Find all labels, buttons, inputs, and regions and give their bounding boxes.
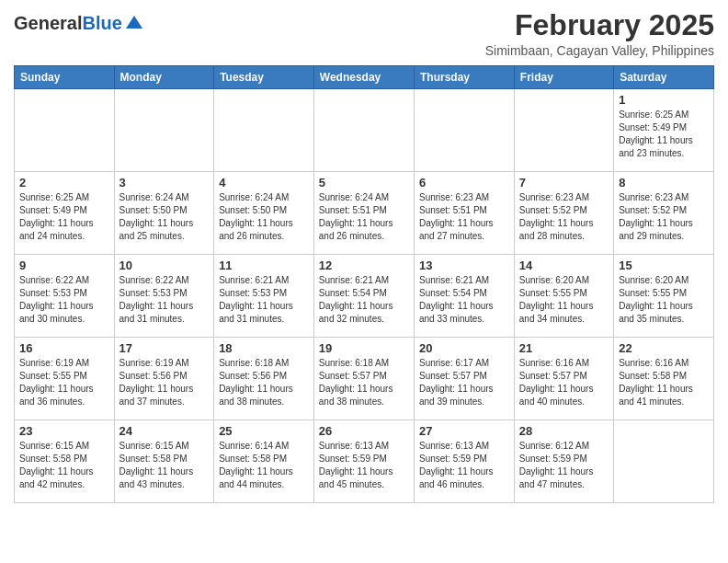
calendar-cell: 3Sunrise: 6:24 AMSunset: 5:50 PMDaylight… xyxy=(114,172,214,255)
page-subtitle: Simimbaan, Cagayan Valley, Philippines xyxy=(485,43,714,58)
calendar-cell: 15Sunrise: 6:20 AMSunset: 5:55 PMDayligh… xyxy=(614,255,714,338)
cell-info: Sunrise: 6:25 AMSunset: 5:49 PMDaylight:… xyxy=(19,191,109,243)
cell-info: Sunrise: 6:22 AMSunset: 5:53 PMDaylight:… xyxy=(19,274,109,326)
cell-info: Sunrise: 6:20 AMSunset: 5:55 PMDaylight:… xyxy=(519,274,609,326)
cell-info: Sunrise: 6:17 AMSunset: 5:57 PMDaylight:… xyxy=(419,357,509,408)
logo: GeneralBlue xyxy=(14,14,144,32)
calendar-cell: 18Sunrise: 6:18 AMSunset: 5:56 PMDayligh… xyxy=(214,338,314,420)
cell-info: Sunrise: 6:24 AMSunset: 5:50 PMDaylight:… xyxy=(119,191,210,243)
cell-info: Sunrise: 6:21 AMSunset: 5:54 PMDaylight:… xyxy=(319,274,409,326)
cell-info: Sunrise: 6:24 AMSunset: 5:50 PMDaylight:… xyxy=(219,191,309,243)
cell-day-number: 20 xyxy=(419,341,509,355)
cell-info: Sunrise: 6:14 AMSunset: 5:58 PMDaylight:… xyxy=(219,440,309,491)
cell-info: Sunrise: 6:18 AMSunset: 5:56 PMDaylight:… xyxy=(219,357,309,408)
calendar-week-row: 1Sunrise: 6:25 AMSunset: 5:49 PMDaylight… xyxy=(15,89,714,172)
svg-marker-0 xyxy=(126,16,142,29)
calendar-cell xyxy=(414,89,514,172)
calendar-cell: 12Sunrise: 6:21 AMSunset: 5:54 PMDayligh… xyxy=(313,255,414,338)
calendar-cell: 1Sunrise: 6:25 AMSunset: 5:49 PMDaylight… xyxy=(614,89,714,172)
cell-info: Sunrise: 6:23 AMSunset: 5:52 PMDaylight:… xyxy=(619,191,709,243)
calendar-cell xyxy=(214,89,314,172)
cell-day-number: 6 xyxy=(419,176,509,190)
cell-info: Sunrise: 6:24 AMSunset: 5:51 PMDaylight:… xyxy=(319,191,409,243)
cell-info: Sunrise: 6:23 AMSunset: 5:51 PMDaylight:… xyxy=(419,191,509,243)
cell-day-number: 18 xyxy=(219,341,309,355)
cell-day-number: 28 xyxy=(519,424,609,438)
calendar-week-row: 9Sunrise: 6:22 AMSunset: 5:53 PMDaylight… xyxy=(15,255,714,338)
cell-info: Sunrise: 6:21 AMSunset: 5:54 PMDaylight:… xyxy=(419,274,509,326)
calendar-cell: 8Sunrise: 6:23 AMSunset: 5:52 PMDaylight… xyxy=(614,172,714,255)
calendar-cell xyxy=(614,420,714,503)
day-header-saturday: Saturday xyxy=(614,66,714,89)
calendar-header-row: SundayMondayTuesdayWednesdayThursdayFrid… xyxy=(15,66,714,89)
calendar-cell: 23Sunrise: 6:15 AMSunset: 5:58 PMDayligh… xyxy=(15,420,115,503)
cell-day-number: 23 xyxy=(19,424,109,438)
calendar-cell: 10Sunrise: 6:22 AMSunset: 5:53 PMDayligh… xyxy=(114,255,214,338)
cell-day-number: 24 xyxy=(119,424,210,438)
cell-info: Sunrise: 6:12 AMSunset: 5:59 PMDaylight:… xyxy=(519,440,609,491)
day-header-monday: Monday xyxy=(114,66,214,89)
cell-day-number: 4 xyxy=(219,176,309,190)
calendar-cell xyxy=(514,89,613,172)
calendar-cell: 21Sunrise: 6:16 AMSunset: 5:57 PMDayligh… xyxy=(514,338,613,420)
calendar-cell: 4Sunrise: 6:24 AMSunset: 5:50 PMDaylight… xyxy=(214,172,314,255)
calendar-table: SundayMondayTuesdayWednesdayThursdayFrid… xyxy=(14,65,714,503)
calendar-cell: 24Sunrise: 6:15 AMSunset: 5:58 PMDayligh… xyxy=(114,420,214,503)
cell-day-number: 27 xyxy=(419,424,509,438)
cell-day-number: 17 xyxy=(119,341,210,355)
cell-info: Sunrise: 6:21 AMSunset: 5:53 PMDaylight:… xyxy=(219,274,309,326)
day-header-friday: Friday xyxy=(514,66,613,89)
cell-info: Sunrise: 6:19 AMSunset: 5:56 PMDaylight:… xyxy=(119,357,210,408)
logo-blue: Blue xyxy=(82,13,121,33)
cell-day-number: 12 xyxy=(319,259,409,272)
calendar-cell: 27Sunrise: 6:13 AMSunset: 5:59 PMDayligh… xyxy=(414,420,514,503)
day-header-wednesday: Wednesday xyxy=(313,66,414,89)
cell-day-number: 10 xyxy=(119,259,210,272)
day-header-tuesday: Tuesday xyxy=(214,66,314,89)
calendar-cell: 22Sunrise: 6:16 AMSunset: 5:58 PMDayligh… xyxy=(614,338,714,420)
title-block: February 2025 Simimbaan, Cagayan Valley,… xyxy=(485,9,714,58)
cell-day-number: 13 xyxy=(419,259,509,272)
calendar-cell: 25Sunrise: 6:14 AMSunset: 5:58 PMDayligh… xyxy=(214,420,314,503)
calendar-week-row: 23Sunrise: 6:15 AMSunset: 5:58 PMDayligh… xyxy=(15,420,714,503)
cell-day-number: 9 xyxy=(19,259,109,272)
cell-info: Sunrise: 6:16 AMSunset: 5:57 PMDaylight:… xyxy=(519,357,609,408)
calendar-cell: 28Sunrise: 6:12 AMSunset: 5:59 PMDayligh… xyxy=(514,420,613,503)
day-header-thursday: Thursday xyxy=(414,66,514,89)
cell-info: Sunrise: 6:18 AMSunset: 5:57 PMDaylight:… xyxy=(319,357,409,408)
calendar-cell xyxy=(114,89,214,172)
cell-info: Sunrise: 6:16 AMSunset: 5:58 PMDaylight:… xyxy=(619,357,709,408)
calendar-cell: 16Sunrise: 6:19 AMSunset: 5:55 PMDayligh… xyxy=(15,338,115,420)
calendar-week-row: 16Sunrise: 6:19 AMSunset: 5:55 PMDayligh… xyxy=(15,338,714,420)
calendar-cell xyxy=(15,89,115,172)
cell-info: Sunrise: 6:22 AMSunset: 5:53 PMDaylight:… xyxy=(119,274,210,326)
cell-info: Sunrise: 6:25 AMSunset: 5:49 PMDaylight:… xyxy=(619,109,709,160)
calendar-cell: 7Sunrise: 6:23 AMSunset: 5:52 PMDaylight… xyxy=(514,172,613,255)
calendar-cell: 2Sunrise: 6:25 AMSunset: 5:49 PMDaylight… xyxy=(15,172,115,255)
cell-info: Sunrise: 6:13 AMSunset: 5:59 PMDaylight:… xyxy=(419,440,509,491)
cell-day-number: 16 xyxy=(19,341,109,355)
cell-day-number: 2 xyxy=(19,176,109,190)
cell-info: Sunrise: 6:15 AMSunset: 5:58 PMDaylight:… xyxy=(119,440,210,491)
logo-icon xyxy=(124,12,144,32)
cell-info: Sunrise: 6:15 AMSunset: 5:58 PMDaylight:… xyxy=(19,440,109,491)
calendar-cell: 9Sunrise: 6:22 AMSunset: 5:53 PMDaylight… xyxy=(15,255,115,338)
logo-general: General xyxy=(14,13,82,33)
calendar-cell: 20Sunrise: 6:17 AMSunset: 5:57 PMDayligh… xyxy=(414,338,514,420)
calendar-cell: 13Sunrise: 6:21 AMSunset: 5:54 PMDayligh… xyxy=(414,255,514,338)
day-header-sunday: Sunday xyxy=(15,66,115,89)
cell-day-number: 8 xyxy=(619,176,709,190)
cell-info: Sunrise: 6:19 AMSunset: 5:55 PMDaylight:… xyxy=(19,357,109,408)
cell-info: Sunrise: 6:20 AMSunset: 5:55 PMDaylight:… xyxy=(619,274,709,326)
cell-day-number: 11 xyxy=(219,259,309,272)
calendar-cell: 19Sunrise: 6:18 AMSunset: 5:57 PMDayligh… xyxy=(313,338,414,420)
cell-day-number: 25 xyxy=(219,424,309,438)
cell-info: Sunrise: 6:23 AMSunset: 5:52 PMDaylight:… xyxy=(519,191,609,243)
cell-day-number: 5 xyxy=(319,176,409,190)
cell-day-number: 3 xyxy=(119,176,210,190)
page-title: February 2025 xyxy=(485,9,714,41)
cell-day-number: 14 xyxy=(519,259,609,272)
calendar-cell: 5Sunrise: 6:24 AMSunset: 5:51 PMDaylight… xyxy=(313,172,414,255)
calendar-cell: 26Sunrise: 6:13 AMSunset: 5:59 PMDayligh… xyxy=(313,420,414,503)
calendar-cell: 11Sunrise: 6:21 AMSunset: 5:53 PMDayligh… xyxy=(214,255,314,338)
